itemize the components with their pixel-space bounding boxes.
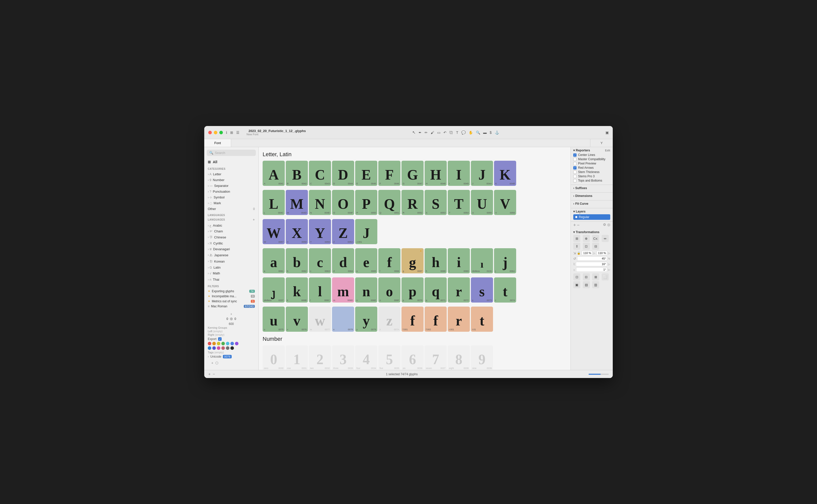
glyph-n[interactable]: n n006E [355, 277, 377, 303]
align-bl-icon[interactable]: ⬜ [602, 273, 609, 280]
glyph-F[interactable]: F F0046 [378, 161, 400, 186]
layers-header[interactable]: ▾ Layers [573, 210, 610, 213]
red-arrows-cb[interactable]: ✓ [573, 166, 577, 170]
close-button[interactable] [208, 131, 212, 134]
glyph-g[interactable]: ▲ g g0067 [401, 248, 424, 273]
sidebar-item-korean[interactable]: › 한 Korean [204, 258, 258, 265]
rect-icon[interactable]: ▭ [437, 131, 440, 135]
glyph-r[interactable]: r r0072 [448, 277, 470, 303]
unicode-expand-icon[interactable]: › [208, 355, 209, 358]
filter-exporting[interactable]: ✦ Exporting glyphs 74 [204, 289, 258, 294]
distribute-icon[interactable]: ▥ [592, 281, 599, 288]
export-checkbox[interactable]: ✓ [218, 337, 222, 341]
fit-curve-header[interactable]: › Fit Curve [573, 202, 610, 205]
glyph-J[interactable]: J J004A [471, 161, 493, 186]
glyph-E[interactable]: E E0045 [355, 161, 377, 186]
hand-icon[interactable]: ✋ [469, 131, 473, 135]
glyph-M[interactable]: M M004D [286, 190, 308, 215]
glyph-z-faded[interactable]: z z007A [378, 307, 400, 332]
glyph-q[interactable]: q q0071 [425, 277, 447, 303]
glyph-t01[interactable]: t t.01 [471, 307, 493, 332]
glyph-0[interactable]: 0 zero0030 [263, 345, 285, 370]
glyph-c[interactable]: c c0063 [309, 248, 331, 273]
glyph-3[interactable]: 3 three0033 [332, 345, 354, 370]
glyph-j[interactable]: j j006A [494, 248, 516, 273]
master-compat-cb[interactable] [573, 158, 577, 161]
sidebar-item-separator[interactable]: › — Separator [204, 183, 258, 189]
glyph-idotless[interactable]: ı idotless0131 [471, 248, 493, 273]
zoom-icon[interactable]: 🔍 [476, 131, 480, 135]
glyph-jdotless[interactable]: ȷ jdotless0237 [263, 277, 285, 303]
sidebar-item-chinese[interactable]: › 字 Chinese [204, 234, 258, 240]
glyph-B[interactable]: B B0042 [286, 161, 308, 186]
glyph-e[interactable]: e e0065 [355, 248, 377, 273]
glyph-d[interactable]: d d0064 [332, 248, 354, 273]
glyph-f002[interactable]: f f.002 [425, 307, 447, 332]
glyph-L[interactable]: L L004C [263, 190, 285, 215]
glyph-U[interactable]: U U0055 [471, 190, 493, 215]
stem-thickness-cb[interactable] [573, 171, 577, 174]
glyph-l[interactable]: l l006C [309, 277, 331, 303]
transformations-header[interactable]: ▾ Transformations [573, 230, 610, 234]
glyph-W[interactable]: W W0057 [263, 219, 285, 244]
color-dot-yellow[interactable] [217, 342, 220, 345]
move-handle-icon[interactable]: ⊕ [230, 316, 233, 321]
glyph-S[interactable]: S S0053 [425, 190, 447, 215]
glyph-O[interactable]: O O004F [332, 190, 354, 215]
slant-input[interactable]: 16° [576, 262, 607, 266]
glyph-1[interactable]: 1 one0031 [286, 345, 308, 370]
suffixes-header[interactable]: › Suffixes [573, 186, 610, 190]
maximize-button[interactable] [219, 131, 223, 134]
color-dot-rose[interactable] [221, 346, 225, 350]
color-dot-red[interactable] [208, 342, 211, 345]
glyph-o[interactable]: o o006F [378, 277, 400, 303]
sidebar-item-letter[interactable]: › A Letter [204, 171, 258, 177]
sidebar-item-math[interactable]: › √ Math [204, 270, 258, 276]
glyph-5[interactable]: 5 five0035 [378, 345, 400, 370]
layers-settings-icon[interactable]: ⚙ [603, 223, 606, 228]
add-lang-button[interactable]: + [253, 218, 255, 222]
glyph-info-btn[interactable]: ⬡ [215, 361, 218, 365]
brush-icon[interactable]: 🖌 [431, 131, 434, 135]
glyph-t[interactable]: t t0074 [494, 277, 516, 303]
add-glyph-btn[interactable]: + [211, 361, 213, 365]
align-left-icon[interactable]: ⊞ [573, 235, 580, 242]
round-icon[interactable]: ⊡ [583, 243, 590, 250]
tops-bottoms-cb[interactable] [573, 179, 577, 182]
align-br-icon[interactable]: ▤ [583, 281, 590, 288]
pen-icon[interactable]: ✒ [419, 131, 422, 135]
glyph-I[interactable]: I I0049 [448, 161, 470, 186]
sidebar-item-symbol[interactable]: › ⊹ Symbol [204, 194, 258, 200]
minimize-button[interactable] [214, 131, 217, 134]
glyph-x-selected[interactable]: x x0078 [332, 307, 354, 332]
glyph-u[interactable]: u u0075 [263, 307, 285, 332]
sidebar-item-thai[interactable]: › ก Thai [204, 276, 258, 283]
pixel-preview-cb[interactable] [573, 162, 577, 165]
glyph-b[interactable]: b b0062 [286, 248, 308, 273]
move-input[interactable]: 1° [576, 267, 607, 272]
glyph-N[interactable]: N N004E [309, 190, 331, 215]
align-tr-icon[interactable]: ⊠ [592, 273, 599, 280]
search-box[interactable]: 🔍 Search [207, 150, 256, 156]
color-dot-blue2[interactable] [208, 346, 211, 350]
sidebar-item-japanese[interactable]: › あ Japanese [204, 252, 258, 258]
glyph-4[interactable]: 4 four0034 [355, 345, 377, 370]
pointer-icon[interactable]: ↖ [412, 130, 416, 135]
anchor-icon[interactable]: ⚓ [495, 131, 499, 135]
glyph-T[interactable]: T T0054 [448, 190, 470, 215]
rotate-cw-icon[interactable]: ↻ [608, 257, 610, 260]
layers-copy-icon[interactable]: ◎ [607, 223, 610, 228]
color-dot-green[interactable] [221, 342, 225, 345]
sidebar-item-arabic[interactable]: › ع Arabic [204, 223, 258, 228]
glyph-w-faded[interactable]: w w0077 [309, 307, 331, 332]
sidebar-item-punctuation[interactable]: › ? Punctuation [204, 189, 258, 194]
glyph-D[interactable]: D D0044 [332, 161, 354, 186]
color-dot-pink[interactable] [217, 346, 220, 350]
glyph-k[interactable]: k k006B [286, 277, 308, 303]
scale-x-input[interactable]: 110 % [582, 251, 592, 255]
glyph-r001[interactable]: r r.001 [448, 307, 470, 332]
glyph-f[interactable]: f f0066 [378, 248, 400, 273]
glyph-v[interactable]: v v0076 [286, 307, 308, 332]
filter-incompatible[interactable]: ✦ Incompatible ma... 0 [204, 294, 258, 299]
edit-label[interactable]: Edit [605, 149, 610, 152]
